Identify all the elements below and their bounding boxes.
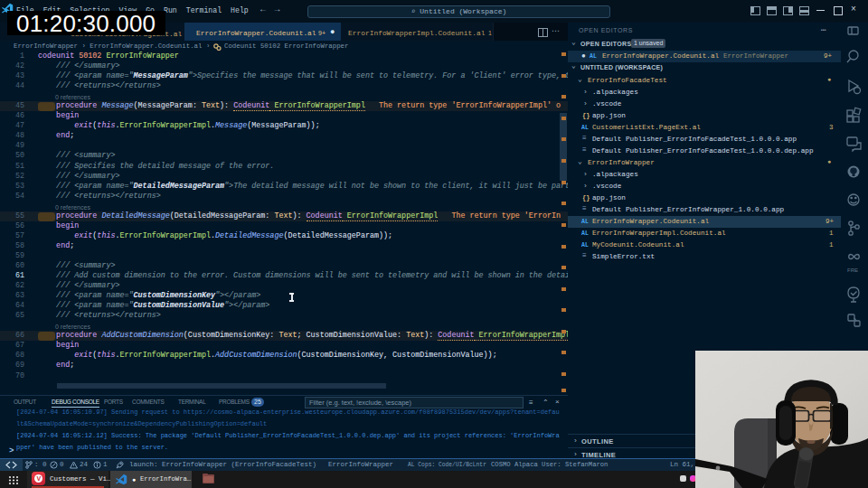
svg-text:FRE: FRE [847, 267, 858, 273]
